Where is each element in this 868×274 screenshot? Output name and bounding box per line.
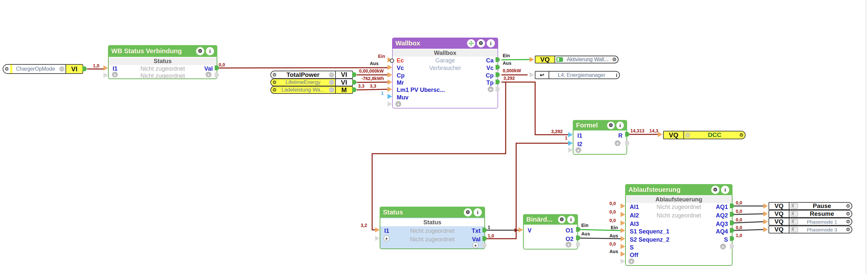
info-icon[interactable]: i bbox=[474, 208, 482, 216]
input-connector[interactable] bbox=[388, 87, 392, 92]
input-connector[interactable] bbox=[388, 101, 392, 107]
add-input-icon[interactable]: + bbox=[395, 101, 401, 107]
output-label: AQ1 bbox=[716, 204, 728, 211]
input-connector[interactable] bbox=[621, 228, 625, 233]
input-connector[interactable] bbox=[530, 57, 534, 62]
wire[interactable] bbox=[357, 82, 388, 82]
wire[interactable] bbox=[733, 214, 763, 214]
input-label: AI1 bbox=[630, 204, 639, 211]
input-pill-chargeropmode[interactable]: ⚙ ChargerOpMode ··· VI bbox=[3, 64, 83, 74]
ellipsis-icon[interactable]: ··· bbox=[329, 80, 334, 85]
wire-value: 0,0 bbox=[610, 201, 616, 206]
ellipsis-icon[interactable]: ··· bbox=[329, 87, 334, 93]
input-connector[interactable] bbox=[621, 236, 625, 241]
output-pill-dcc[interactable]: VQ ··· DCC ⚙ bbox=[663, 131, 746, 139]
gear-icon[interactable]: ⚙ bbox=[711, 186, 719, 194]
gear-icon[interactable]: ⚙ bbox=[196, 47, 204, 55]
gear-icon[interactable]: ⚙ bbox=[271, 87, 278, 93]
wire[interactable] bbox=[357, 89, 388, 90]
output-pill-phasemode-3[interactable]: VQ Phasemode 3 ⚙ bbox=[769, 226, 852, 234]
input-connector[interactable] bbox=[621, 220, 625, 226]
wire-value: 0,0 bbox=[610, 209, 616, 214]
add-input-icon[interactable]: + bbox=[383, 235, 390, 241]
wire[interactable] bbox=[501, 60, 530, 60]
input-connector[interactable] bbox=[763, 219, 768, 224]
input-connector[interactable] bbox=[375, 227, 380, 233]
gear-icon[interactable]: ⚙ bbox=[738, 132, 745, 138]
input-connector[interactable] bbox=[763, 211, 768, 216]
add-output-icon[interactable]: + bbox=[720, 244, 726, 249]
input-connector[interactable] bbox=[621, 259, 625, 264]
add-output-icon[interactable]: + bbox=[206, 72, 211, 77]
output-pill-aktivierung-wallbox[interactable]: VQ Aktivierung Wall... ⚙ bbox=[535, 56, 619, 63]
input-connector[interactable] bbox=[621, 212, 625, 217]
input-pill-lifetimeenergy[interactable]: ⚙ LifetimeEnergy ··· VI bbox=[270, 78, 353, 86]
output-pill-pause[interactable]: VQ Pause ⚙ bbox=[769, 202, 852, 210]
wire-value: 0,000kW bbox=[503, 68, 521, 73]
yellow-stripe bbox=[10, 65, 12, 73]
function-block-wb-status-verbindung[interactable]: WB Status Verbindung ⚙ i Status I1 Nicht… bbox=[108, 45, 217, 79]
input-connector[interactable] bbox=[621, 244, 625, 249]
gear-icon[interactable]: ⚙ bbox=[845, 219, 851, 225]
output-pill-phasemode-1[interactable]: VQ Phasemode 1 ⚙ bbox=[769, 218, 852, 226]
input-pill-ladeleistung[interactable]: ⚙ Ladeleistung Wa... ··· M bbox=[270, 86, 353, 94]
gear-icon[interactable]: ⚙ bbox=[271, 72, 278, 78]
input-connector[interactable] bbox=[568, 147, 573, 153]
input-pill-totalpower[interactable]: ⚙ TotalPower ··· VI bbox=[270, 71, 353, 79]
gear-icon[interactable]: ⚙ bbox=[3, 66, 10, 72]
output-pill-resume[interactable]: VQ Resume ⚙ bbox=[769, 210, 852, 218]
ellipsis-icon[interactable]: ··· bbox=[329, 72, 334, 77]
gear-icon[interactable]: ⚙ bbox=[271, 79, 278, 85]
add-input-icon[interactable]: + bbox=[628, 258, 634, 264]
info-icon[interactable]: i bbox=[487, 39, 495, 47]
function-block-wallbox[interactable]: Wallbox ⚙ i Wallbox Ec Vc Cp Mr Lm1 PV U… bbox=[392, 38, 498, 108]
wire[interactable] bbox=[501, 82, 568, 135]
input-connector[interactable] bbox=[658, 132, 662, 137]
input-connector[interactable] bbox=[621, 251, 625, 257]
gear-icon[interactable]: ⚙ bbox=[845, 211, 851, 217]
add-output-icon[interactable]: + bbox=[473, 242, 478, 248]
add-input-icon[interactable]: + bbox=[576, 147, 581, 153]
ellipsis-icon[interactable]: ··· bbox=[685, 132, 690, 138]
loxone-config-canvas[interactable]: ⚙ ChargerOpMode ··· VI ⚙ TotalPower ··· … bbox=[0, 0, 868, 274]
input-connector[interactable] bbox=[103, 73, 108, 78]
output-label: AQ3 bbox=[716, 221, 728, 228]
input-connector[interactable] bbox=[388, 65, 392, 70]
input-connector[interactable] bbox=[763, 203, 768, 209]
gear-icon[interactable]: ⚙ bbox=[558, 216, 565, 223]
info-icon[interactable]: i bbox=[721, 186, 729, 194]
visualization-dots-icon[interactable] bbox=[467, 39, 475, 47]
add-output-icon[interactable]: + bbox=[615, 140, 621, 146]
info-icon[interactable]: i bbox=[206, 47, 214, 55]
gear-icon[interactable]: ⚙ bbox=[607, 122, 615, 129]
input-connector[interactable] bbox=[375, 236, 380, 241]
add-output-icon[interactable]: + bbox=[488, 86, 494, 92]
ellipsis-icon[interactable]: ··· bbox=[59, 66, 64, 72]
gear-icon[interactable]: ⚙ bbox=[845, 227, 851, 233]
gear-icon[interactable]: ⚙ bbox=[464, 208, 472, 216]
output-pill-l4-energiemanager[interactable]: ↩ L4: Energiemanager i bbox=[535, 71, 620, 79]
gear-icon[interactable]: ⚙ bbox=[845, 203, 851, 209]
function-block-status[interactable]: Status ⚙ i Status I1 Nicht zugeordnet Tx… bbox=[380, 207, 485, 249]
input-connector[interactable] bbox=[388, 72, 392, 77]
input-connector[interactable] bbox=[103, 65, 108, 71]
input-connector[interactable] bbox=[519, 227, 523, 233]
function-block-ablaufsteuerung[interactable]: Ablaufsteuerung ⚙ i Ablaufsteuerung AI1 … bbox=[625, 184, 733, 266]
info-icon[interactable]: i bbox=[567, 216, 575, 223]
info-icon[interactable]: i bbox=[614, 73, 619, 78]
input-connector[interactable] bbox=[621, 203, 625, 209]
add-output-icon[interactable]: + bbox=[565, 242, 571, 247]
add-input-icon[interactable]: + bbox=[112, 72, 118, 77]
pill-label: Ladeleistung Wa... bbox=[278, 87, 328, 93]
input-connector[interactable] bbox=[568, 132, 573, 137]
info-icon[interactable]: i bbox=[616, 122, 624, 129]
input-connector[interactable] bbox=[763, 227, 768, 232]
input-connector[interactable] bbox=[388, 79, 392, 85]
input-connector[interactable] bbox=[568, 141, 573, 146]
gear-icon[interactable]: ⚙ bbox=[477, 39, 485, 47]
input-connector[interactable] bbox=[388, 94, 392, 99]
connector-type-badge: VQ bbox=[769, 203, 789, 209]
gear-icon[interactable]: ⚙ bbox=[611, 57, 618, 63]
input-connector[interactable] bbox=[530, 72, 534, 77]
wire[interactable] bbox=[216, 68, 388, 68]
